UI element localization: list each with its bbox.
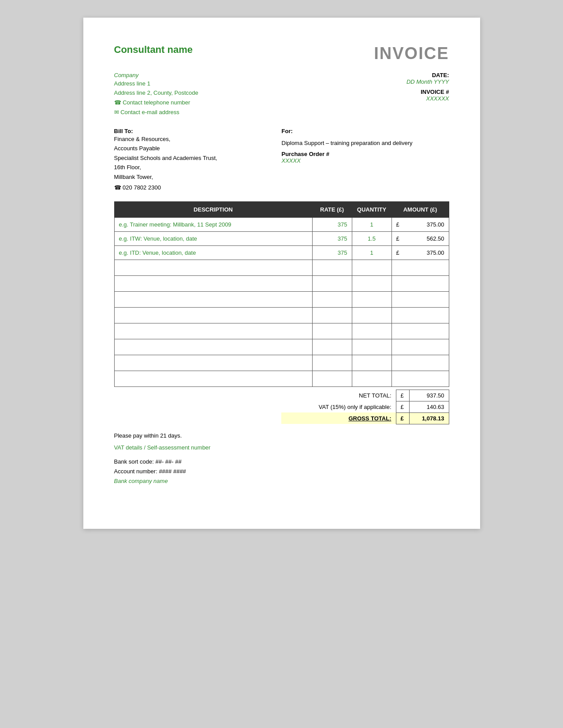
pay-notice: Please pay within 21 days. <box>114 432 449 439</box>
row-rate: 375 <box>312 217 352 231</box>
empty-cell-desc <box>114 291 312 307</box>
empty-table-row <box>114 307 449 323</box>
empty-cell-rate <box>312 307 352 323</box>
empty-cell-rate <box>312 260 352 275</box>
row-currency: £ <box>396 249 399 256</box>
email-icon: ✉ <box>114 109 121 115</box>
empty-table-row <box>114 371 449 386</box>
gross-amount: 1,078.13 <box>409 412 449 424</box>
col-quantity: QUANTITY <box>352 201 391 217</box>
row-quantity: 1 <box>352 245 391 260</box>
empty-cell-qty <box>352 307 391 323</box>
gross-total-row: GROSS TOTAL: £ 1,078.13 <box>114 412 449 424</box>
bill-line3: Specialist Schools and Academies Trust, <box>114 153 265 163</box>
address-line1: Address line 1 <box>114 79 198 89</box>
empty-cell-desc <box>114 307 312 323</box>
empty-cell-qty <box>352 260 391 275</box>
table-row: e.g. ITW: Venue, location, date 375 1.5 … <box>114 231 449 245</box>
col-amount: AMOUNT (£) <box>391 201 449 217</box>
col-rate: RATE (£) <box>312 201 352 217</box>
gross-currency: £ <box>396 412 409 424</box>
empty-table-row <box>114 291 449 307</box>
empty-cell-desc <box>114 371 312 386</box>
consultant-name: Consultant name <box>114 44 193 56</box>
empty-cell-qty <box>352 371 391 386</box>
empty-cell-amount <box>391 371 449 386</box>
invoice-label: INVOICE # <box>335 89 449 95</box>
row-amount-value: 375.00 <box>427 249 444 256</box>
empty-cell-desc <box>114 355 312 371</box>
bill-line5: Millbank Tower, <box>114 172 265 182</box>
empty-cell-qty <box>352 339 391 355</box>
empty-cell-rate <box>312 339 352 355</box>
net-total-row: NET TOTAL: £ 937.50 <box>114 390 449 401</box>
billing-section: Bill To: Finance & Resources, Accounts P… <box>114 128 449 191</box>
bill-line4: 16th Floor, <box>114 163 265 172</box>
company-name: Company <box>114 72 198 78</box>
bank-sort: Bank sort code: ##- ##- ## <box>114 457 449 467</box>
bill-to-label: Bill To: <box>114 128 265 134</box>
phone-icon: ☎ <box>114 99 123 106</box>
row-rate: 375 <box>312 245 352 260</box>
row-description: e.g. ITW: Venue, location, date <box>114 231 312 245</box>
email-value: Contact e-mail address <box>120 109 179 115</box>
vat-details: VAT details / Self-assessment number <box>114 444 449 451</box>
table-row: e.g. ITD: Venue, location, date 375 1 £ … <box>114 245 449 260</box>
po-number: XXXXX <box>282 157 449 164</box>
email-line: ✉ Contact e-mail address <box>114 108 198 117</box>
empty-table-row <box>114 339 449 355</box>
date-value: DD Month YYYY <box>335 78 449 85</box>
vat-label: VAT (15%) only if applicable: <box>281 401 396 412</box>
table-header-row: DESCRIPTION RATE (£) QUANTITY AMOUNT (£) <box>114 201 449 217</box>
vat-row: VAT (15%) only if applicable: £ 140.63 <box>114 401 449 412</box>
empty-cell-amount <box>391 307 449 323</box>
net-label: NET TOTAL: <box>281 390 396 401</box>
footer-section: Please pay within 21 days. VAT details /… <box>114 432 449 486</box>
telephone-line: ☎ Contact telephone number <box>114 98 198 108</box>
gross-label: GROSS TOTAL: <box>281 412 396 424</box>
account-number: Account number: #### #### <box>114 467 449 476</box>
row-quantity: 1.5 <box>352 231 391 245</box>
row-currency: £ <box>396 221 399 228</box>
bill-phone: ☎ 020 7802 2300 <box>114 184 265 191</box>
for-description: Diploma Support – training preparation a… <box>282 139 449 148</box>
telephone-value: Contact telephone number <box>123 99 190 106</box>
invoice-title: INVOICE <box>374 44 449 63</box>
empty-cell-qty <box>352 275 391 291</box>
empty-cell-amount <box>391 355 449 371</box>
empty-cell-rate <box>312 291 352 307</box>
net-amount: 937.50 <box>409 390 449 401</box>
col-description: DESCRIPTION <box>114 201 312 217</box>
empty-cell-amount <box>391 323 449 339</box>
sender-section: Company Address line 1 Address line 2, C… <box>114 72 449 117</box>
po-label: Purchase Order # <box>282 151 449 157</box>
bank-company: Bank company name <box>114 476 449 486</box>
empty-cell-qty <box>352 323 391 339</box>
bill-to-section: Bill To: Finance & Resources, Accounts P… <box>114 128 265 191</box>
row-description: e.g. ITD: Venue, location, date <box>114 245 312 260</box>
empty-cell-rate <box>312 355 352 371</box>
empty-table-row <box>114 260 449 275</box>
empty-table-row <box>114 275 449 291</box>
empty-cell-rate <box>312 275 352 291</box>
net-currency: £ <box>396 390 409 401</box>
date-label: DATE: <box>335 72 449 78</box>
empty-cell-amount <box>391 291 449 307</box>
row-amount: £ 375.00 <box>391 217 449 231</box>
vat-amount: 140.63 <box>409 401 449 412</box>
empty-cell-qty <box>352 291 391 307</box>
header-section: Consultant name INVOICE <box>114 44 449 63</box>
address-line2: Address line 2, County, Postcode <box>114 89 198 98</box>
vat-currency: £ <box>396 401 409 412</box>
sender-info: Company Address line 1 Address line 2, C… <box>114 72 198 117</box>
row-amount: £ 375.00 <box>391 245 449 260</box>
empty-cell-qty <box>352 355 391 371</box>
empty-cell-amount <box>391 275 449 291</box>
row-rate: 375 <box>312 231 352 245</box>
row-amount-value: 375.00 <box>427 221 444 228</box>
row-amount: £ 562.50 <box>391 231 449 245</box>
date-invoice-section: DATE: DD Month YYYY INVOICE # XXXXXX <box>335 72 449 102</box>
empty-cell-amount <box>391 339 449 355</box>
empty-cell-desc <box>114 275 312 291</box>
for-label: For: <box>282 128 449 134</box>
